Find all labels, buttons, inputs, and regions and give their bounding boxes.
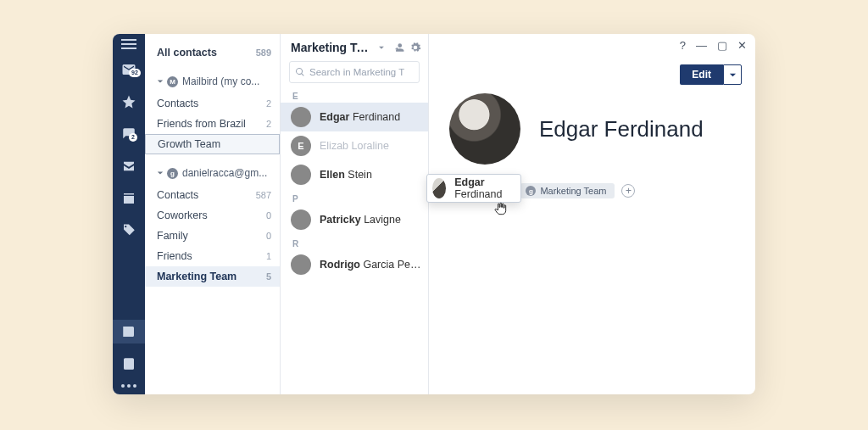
avatar (291, 107, 311, 127)
tag-marketing-team[interactable]: g Marketing Team (520, 183, 615, 198)
avatar: E (291, 136, 311, 156)
minimize-icon[interactable]: — (696, 39, 707, 52)
archive-icon[interactable] (113, 187, 145, 210)
folders-sidebar: All contacts 589 M Mailbird (my co... Co… (145, 34, 281, 394)
contact-elizabeth[interactable]: E Elizab Loraline (281, 131, 428, 160)
starred-icon[interactable] (113, 90, 145, 114)
app-window: 92 2 (113, 34, 755, 394)
calendar-icon[interactable] (113, 352, 145, 376)
account-gmail[interactable]: g danielracca@gm... (145, 163, 280, 183)
sidebar-item-family[interactable]: Family 0 (145, 226, 280, 246)
sidebar-item-coworkers[interactable]: Coworkers 0 (145, 205, 280, 226)
account-mailbird[interactable]: M Mailbird (my co... (145, 71, 280, 92)
edit-button[interactable]: Edit (680, 64, 723, 85)
window-controls: ? — ▢ ✕ (680, 39, 747, 52)
chevron-down-icon[interactable] (376, 42, 387, 53)
sidebar-item-friends-brazil[interactable]: Friends from Brazil 2 (145, 114, 280, 134)
google-account-icon: g (167, 168, 178, 179)
contact-detail-pane: ? — ▢ ✕ Edit Edgar Ferdinand g Contacts (429, 34, 755, 394)
search-placeholder: Search in Marketing T (309, 67, 404, 77)
avatar (291, 165, 311, 185)
contact-name: Elizab Loraline (320, 140, 389, 152)
drafts-icon[interactable]: 2 (113, 122, 145, 146)
sidebar-item-friends[interactable]: Friends 1 (145, 246, 280, 266)
profile-header: Edgar Ferdinand (449, 93, 742, 165)
section-letter: P (281, 189, 428, 205)
sent-icon[interactable] (113, 154, 145, 178)
more-apps-icon[interactable] (121, 384, 136, 388)
avatar (291, 254, 311, 275)
account-avatar: M (167, 76, 178, 87)
maximize-icon[interactable]: ▢ (717, 39, 727, 52)
help-icon[interactable]: ? (680, 39, 686, 52)
contact-patricky[interactable]: Patricky Lavigne (281, 205, 428, 234)
search-input[interactable]: Search in Marketing T (289, 61, 420, 83)
google-icon: g (526, 186, 536, 196)
drafts-badge: 2 (129, 133, 137, 142)
contact-name: Ellen Stein (320, 169, 372, 181)
all-contacts-count: 589 (256, 47, 271, 58)
list-title: Marketing Te... (291, 41, 370, 54)
gear-icon[interactable] (409, 42, 421, 53)
contact-name: Patricky Lavigne (320, 214, 401, 226)
inbox-icon[interactable]: 92 (113, 58, 145, 81)
sidebar-item-growth-team[interactable]: Growth Team (145, 134, 280, 154)
contact-rodrigo[interactable]: Rodrigo Garcia Per... (281, 250, 428, 279)
inbox-badge: 92 (129, 69, 141, 77)
all-contacts-label: All contacts (157, 47, 217, 59)
search-icon (295, 67, 305, 77)
chevron-down-icon (729, 71, 737, 79)
edit-dropdown-button[interactable] (723, 64, 742, 85)
contact-list: Marketing Te... Search in Marketing T E … (281, 34, 429, 394)
account-label: danielracca@gm... (182, 167, 267, 179)
drag-contact-chip[interactable]: Edgar Ferdinand (426, 174, 521, 203)
chevron-down-icon (157, 170, 164, 176)
contact-name: Edgar Ferdinand (320, 111, 400, 123)
sidebar-item-contacts-2[interactable]: Contacts 587 (145, 185, 280, 205)
account-label: Mailbird (my co... (182, 75, 259, 87)
nav-rail: 92 2 (113, 34, 145, 394)
sidebar-item-contacts-1[interactable]: Contacts 2 (145, 93, 280, 114)
section-letter: E (281, 87, 428, 103)
add-contact-icon[interactable] (392, 42, 404, 53)
avatar (291, 209, 311, 230)
contact-name: Rodrigo Garcia Per... (320, 259, 421, 271)
add-tag-button[interactable]: + (621, 184, 635, 198)
profile-name: Edgar Ferdinand (539, 116, 704, 142)
sidebar-item-marketing-team[interactable]: Marketing Team 5 (145, 266, 280, 287)
section-letter: R (281, 234, 428, 250)
contacts-app-icon[interactable] (113, 320, 145, 343)
avatar (432, 178, 446, 198)
close-icon[interactable]: ✕ (737, 39, 747, 52)
tag-icon[interactable] (113, 219, 145, 243)
menu-icon[interactable] (121, 39, 136, 49)
profile-avatar (449, 93, 520, 165)
all-contacts-row[interactable]: All contacts 589 (145, 42, 280, 63)
chevron-down-icon (157, 78, 164, 85)
contact-ellen[interactable]: Ellen Stein (281, 160, 428, 189)
drag-contact-name: Edgar Ferdinand (454, 176, 509, 200)
contact-edgar[interactable]: Edgar Ferdinand (281, 103, 428, 131)
svg-point-0 (126, 329, 130, 332)
